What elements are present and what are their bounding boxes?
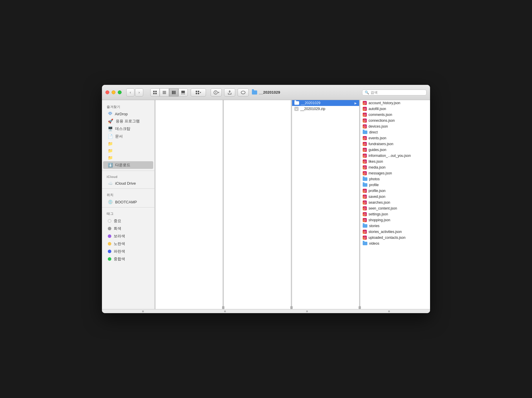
col-resize-2[interactable] [291,100,292,309]
sidebar-item-folder3[interactable]: 📁 [103,154,153,161]
main-content: 즐겨찾기 AirDrop 🚀 응용 프로그램 [102,100,430,309]
group-by-button[interactable]: ▾ [191,88,206,97]
sidebar-item-tag-green[interactable]: 중합색 [103,255,153,263]
videos-label: videos [369,241,379,246]
svg-rect-13 [184,94,185,94]
resize-nub-3 [359,306,361,309]
tag-button[interactable] [238,88,249,97]
col4-item-events[interactable]: events.json [360,135,430,141]
search-input[interactable] [371,90,424,95]
stories_activities-icon [363,230,367,234]
sidebar-item-bootcamp[interactable]: 💿 BOOTCAMP [103,198,153,205]
col4-item-shopping[interactable]: shopping.json [360,217,430,223]
col3-folder-label: __20201029 [301,101,320,105]
airdrop-label: AirDrop [115,112,128,116]
sidebar-item-icloud-drive[interactable]: ☁️ iCloud Drive [103,180,153,187]
col4-item-photos[interactable]: photos▶ [360,176,430,182]
col4-item-devices[interactable]: devices.json [360,123,430,129]
sidebar-item-desktop[interactable]: 🖥️ 데스크탑 [103,125,153,133]
col4-item-autofill[interactable]: autofill.json [360,106,430,112]
icon-view-button[interactable] [150,88,160,97]
col3-item-folder20201029[interactable]: __20201029 ▶ [292,100,359,106]
share-button[interactable] [224,88,235,97]
col-resize-3[interactable] [359,100,360,309]
tag-green-label: 중합색 [114,256,125,262]
col3-item-zip[interactable]: __20201029.zip [292,106,359,112]
sidebar-item-tag-gray[interactable]: 회색 [103,225,153,232]
searches-icon [363,200,367,205]
resize-nub-bottom-4 [388,310,390,312]
close-button[interactable] [105,90,109,94]
col4-item-connections[interactable]: connections.json [360,118,430,123]
profile-label: profile [369,183,379,187]
sidebar-item-tag-yellow[interactable]: 노란색 [103,240,153,248]
col4-item-stories_activities[interactable]: stories_activities.json [360,229,430,235]
col4-item-stories[interactable]: stories▶ [360,223,430,229]
list-view-button[interactable] [160,88,169,97]
sidebar-item-airdrop[interactable]: AirDrop [103,110,153,117]
col4-item-guides[interactable]: guides.json [360,147,430,153]
col4-item-seen_content[interactable]: seen_content.json [360,205,430,211]
col4-item-fundraisers[interactable]: fundraisers.json [360,141,430,147]
applications-icon: 🚀 [108,119,113,124]
gallery-view-button[interactable] [178,88,188,97]
resize-nub-bottom-1 [142,310,144,312]
col4-item-comments[interactable]: comments.json [360,112,430,118]
column-view-button[interactable] [169,88,178,97]
sidebar-item-tag-important[interactable]: 중요 [103,217,153,225]
col4-item-information[interactable]: information_...out_you.json [360,153,430,159]
airdrop-icon [108,111,112,116]
col4-item-profile[interactable]: profile▶ [360,182,430,188]
col4-item-uploaded_contacts[interactable]: uploaded_contacts.json [360,235,430,241]
col4-item-likes[interactable]: likes.json [360,159,430,164]
col4-item-videos[interactable]: videos▶ [360,241,430,246]
col4-item-direct[interactable]: direct▶ [360,129,430,135]
sidebar-item-downloads[interactable]: ⬇️ 다운로드 [103,161,153,169]
direct-icon [363,131,367,134]
column-2 [224,100,291,309]
svg-rect-3 [155,93,157,94]
desktop-icon: 🖥️ [108,126,113,131]
zoom-button[interactable] [118,90,122,94]
forward-button[interactable]: › [135,88,143,97]
col4-item-saved[interactable]: saved.json [360,194,430,200]
col4-item-searches[interactable]: searches.json [360,200,430,205]
svg-rect-0 [153,91,155,92]
tag-blue-label: 파란색 [114,249,125,254]
svg-rect-10 [181,91,185,93]
sidebar-item-documents[interactable]: 📄 문서 [103,133,153,140]
photos-icon [363,177,367,181]
search-box[interactable]: 🔍 [362,90,427,95]
col4-item-settings[interactable]: settings.json [360,211,430,217]
svg-rect-14 [196,91,197,92]
icloud-drive-label: iCloud Drive [115,181,136,186]
col4-item-messages[interactable]: messages.json [360,170,430,176]
col-resize-1[interactable] [223,100,224,309]
sidebar-item-folder2[interactable]: 📁 [103,147,153,154]
likes-icon [363,159,367,164]
minimize-button[interactable] [112,90,115,94]
action-button[interactable]: ▾ [211,88,222,97]
direct-label: direct [369,130,378,134]
col4-item-account_history[interactable]: account_history.json [360,100,430,106]
col4-item-profile_json[interactable]: profile.json [360,188,430,194]
col4-item-media[interactable]: media.json [360,164,430,170]
connections-icon [363,119,367,123]
back-button[interactable]: ‹ [126,88,134,97]
sidebar-item-tag-blue[interactable]: 파란색 [103,248,153,255]
documents-label: 문서 [115,134,123,139]
sidebar-item-tag-purple[interactable]: 보라색 [103,232,153,240]
resize-nub-1 [222,306,224,309]
svg-rect-9 [175,91,175,94]
autofill-icon [363,107,367,111]
tag-yellow-dot [108,242,111,246]
sidebar-item-applications[interactable]: 🚀 응용 프로그램 [103,117,153,125]
sidebar-item-folder1[interactable]: 📁 [103,140,153,147]
svg-rect-15 [198,91,199,92]
svg-point-20 [215,93,216,94]
desktop-label: 데스크탑 [115,126,130,131]
photos-label: photos [369,177,380,181]
zip-icon [294,107,299,111]
folder3-icon: 📁 [108,155,113,160]
col3-folder-arrow: ▶ [354,102,357,105]
